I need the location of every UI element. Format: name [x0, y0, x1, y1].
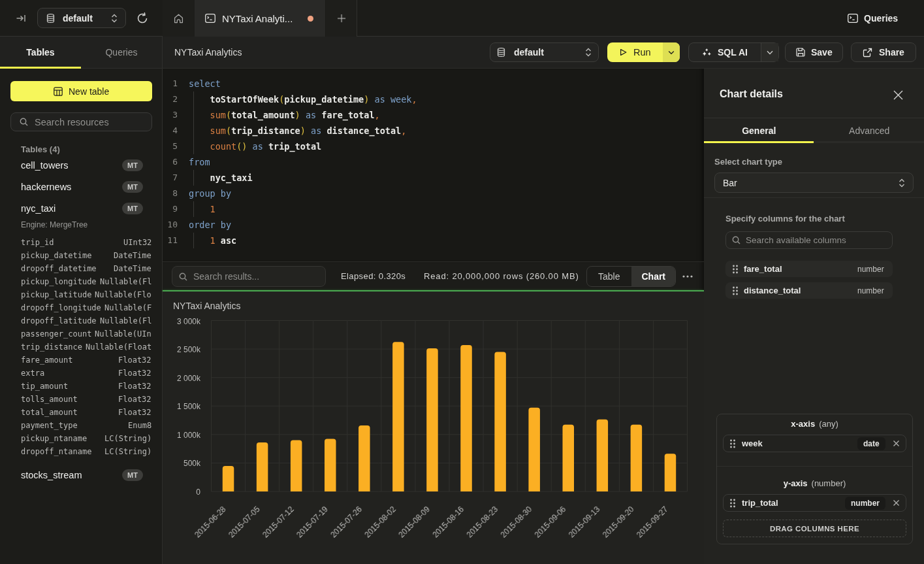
drag-handle-icon[interactable]	[729, 498, 736, 508]
svg-text:2 500k: 2 500k	[177, 345, 201, 354]
line-number: 5	[163, 139, 178, 154]
chart-view-button[interactable]: Chart	[631, 267, 676, 286]
save-button[interactable]: Save	[785, 42, 843, 62]
column-row: dropoff_ntanameLC(String)	[10, 445, 151, 458]
table-name: cell_towers	[21, 160, 69, 171]
database-selector[interactable]: default	[37, 8, 126, 28]
sql-ai-button[interactable]: SQL AI	[688, 42, 779, 62]
tab-strip: NYTaxi Analyti...	[163, 0, 357, 37]
new-table-button[interactable]: New table	[10, 81, 152, 101]
tab-queries[interactable]: Queries	[81, 37, 162, 68]
column-item-fare_total[interactable]: fare_totalnumber	[725, 261, 893, 277]
columns-search-placeholder: Search available columns	[746, 235, 846, 245]
sql-ai-main[interactable]: SQL AI	[689, 43, 761, 61]
column-item-week[interactable]: weekdate	[723, 435, 906, 452]
query-tab-label: NYTaxi Analyti...	[222, 13, 293, 24]
svg-text:3 000k: 3 000k	[177, 317, 201, 326]
run-button[interactable]: Run	[607, 42, 680, 62]
drop-zone[interactable]: DRAG COLUMNS HERE	[723, 520, 906, 537]
column-row: fare_amountFloat32	[10, 354, 151, 367]
sql-editor[interactable]: 1select2 toStartOfWeek(pickup_datetime) …	[163, 69, 704, 261]
svg-text:0: 0	[196, 488, 200, 497]
drag-handle-icon[interactable]	[729, 439, 736, 449]
svg-text:2015-07-05: 2015-07-05	[227, 505, 262, 540]
column-item-distance_total[interactable]: distance_totalnumber	[725, 282, 893, 299]
drag-handle-icon[interactable]	[732, 286, 739, 296]
read-stat: Read: 20,000,000 rows (260.00 MB)	[424, 271, 579, 281]
svg-text:2015-08-02: 2015-08-02	[363, 505, 398, 540]
column-row: payment_typeEnum8	[10, 419, 151, 432]
query-database-selector[interactable]: default	[490, 42, 599, 62]
svg-text:2015-08-16: 2015-08-16	[431, 505, 466, 540]
results-search-placeholder: Search results...	[193, 271, 259, 282]
line-number: 3	[163, 107, 178, 123]
column-row: tip_amountFloat32	[10, 380, 151, 393]
table-view-button[interactable]: Table	[587, 267, 631, 286]
svg-text:2015-06-28: 2015-06-28	[193, 505, 228, 540]
more-options-icon[interactable]	[677, 266, 698, 287]
x-axis-items: weekdate	[717, 435, 912, 452]
engine-badge: MT	[122, 159, 143, 171]
columns-section-label: Specify columns for the chart	[725, 214, 924, 224]
new-tab-button[interactable]	[326, 0, 357, 37]
column-row: dropoff_longitudeNullable(F	[10, 301, 151, 314]
refresh-icon[interactable]	[136, 12, 148, 24]
column-name: week	[742, 439, 763, 448]
top-bar: default NYTaxi Analyti... Queries	[0, 0, 924, 37]
svg-text:1 500k: 1 500k	[177, 402, 201, 411]
column-item-trip_total[interactable]: trip_totalnumber	[723, 494, 906, 512]
table-row[interactable]: nyc_taxiMT	[10, 197, 151, 219]
sql-ai-caret[interactable]	[761, 43, 778, 61]
editor-line: 6from	[163, 154, 704, 170]
share-button-label: Share	[879, 47, 904, 58]
table-row[interactable]: cell_towersMT	[10, 154, 151, 176]
tables-section-label: Tables (4)	[21, 144, 151, 154]
line-number: 11	[163, 233, 178, 248]
column-type-badge: number	[845, 497, 885, 510]
sidebar-collapse-icon[interactable]	[14, 12, 27, 25]
table-row[interactable]: stocks_streamMT	[10, 464, 151, 486]
line-number: 9	[163, 201, 178, 217]
run-options-caret[interactable]	[663, 42, 680, 62]
svg-text:1 000k: 1 000k	[177, 431, 201, 440]
remove-column-icon[interactable]	[893, 499, 900, 506]
active-tab-indicator	[704, 141, 814, 143]
chart-type-label: Select chart type	[714, 157, 924, 167]
share-icon	[863, 48, 872, 58]
divider	[717, 466, 912, 467]
editor-line: 7 nyc_taxi	[163, 170, 704, 186]
column-row: passenger_countNullable(UIn	[10, 327, 151, 340]
run-button-label: Run	[633, 47, 651, 58]
drag-handle-icon[interactable]	[732, 264, 739, 274]
column-row: trip_idUInt32	[10, 236, 151, 249]
column-row: pickup_ntanameLC(String)	[10, 432, 151, 445]
tab-advanced[interactable]: Advanced	[814, 118, 924, 143]
remove-column-icon[interactable]	[893, 440, 900, 447]
column-row: tolls_amountFloat32	[10, 393, 151, 406]
terminal-icon	[848, 14, 858, 23]
svg-text:2015-07-19: 2015-07-19	[295, 505, 330, 540]
panel-header: Chart details	[704, 69, 924, 118]
resource-search-input[interactable]: Search resources	[10, 112, 152, 131]
view-toggle: Table Chart	[586, 266, 676, 287]
share-button[interactable]: Share	[851, 42, 916, 62]
column-row: pickup_longitudeNullable(Fl	[10, 275, 151, 288]
close-icon[interactable]	[893, 90, 904, 101]
tab-tables[interactable]: Tables	[0, 37, 81, 68]
table-row[interactable]: hackernewsMT	[10, 176, 151, 197]
columns-search-input[interactable]: Search available columns	[725, 231, 893, 249]
home-tab[interactable]	[163, 0, 195, 37]
tab-general[interactable]: General	[704, 118, 814, 143]
run-button-main[interactable]: Run	[607, 42, 663, 62]
chart-type-select[interactable]: Bar	[714, 173, 914, 193]
queries-button[interactable]: Queries	[848, 0, 898, 37]
query-tab[interactable]: NYTaxi Analyti...	[195, 0, 326, 37]
x-axis-heading: x-axis(any)	[717, 419, 912, 429]
sidebar-body: New table Search resources Tables (4) ce…	[0, 69, 162, 486]
results-search-input[interactable]: Search results...	[172, 266, 326, 287]
table-columns: trip_idUInt32pickup_datetimeDateTimedrop…	[10, 236, 151, 458]
divider	[704, 197, 924, 198]
chevron-updown-icon	[899, 178, 905, 188]
bar-chart[interactable]: 0500k1 000k1 500k2 000k2 500k3 000k2015-…	[163, 291, 704, 564]
editor-line: 5 count() as trip_total	[163, 139, 704, 154]
